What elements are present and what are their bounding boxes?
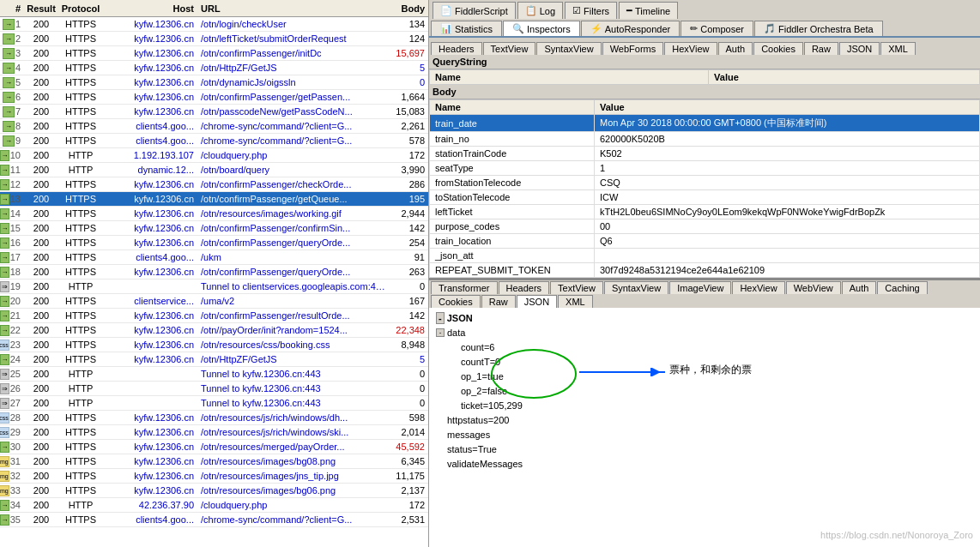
lower-sub-tab-auth[interactable]: Auth — [842, 281, 877, 294]
table-row[interactable]: →6 200 HTTPS kyfw.12306.cn /otn/confirmP… — [0, 90, 428, 105]
table-row[interactable]: →8 200 HTTPS clients4.goo... /chrome-syn… — [0, 119, 428, 134]
body-row[interactable]: seatType1 — [430, 161, 980, 176]
body-row[interactable]: toStationTelecodeICW — [430, 190, 980, 205]
table-row[interactable]: css23 200 HTTPS kyfw.12306.cn /otn/resou… — [0, 338, 428, 352]
table-row[interactable]: →11 200 HTTP dynamic.12... /otn/board/qu… — [0, 163, 428, 177]
table-row[interactable]: img31 200 HTTPS kyfw.12306.cn /otn/resou… — [0, 454, 428, 469]
table-row[interactable]: →35 200 HTTPS clients4.goo... /chrome-sy… — [0, 513, 428, 527]
second-tab-autoresponder[interactable]: ⚡AutoResponder — [581, 21, 680, 36]
table-row[interactable]: img32 200 HTTPS kyfw.12306.cn /otn/resou… — [0, 469, 428, 484]
row-num: →24 — [0, 354, 24, 365]
row-protocol: HTTPS — [58, 223, 103, 233]
body-row[interactable]: stationTrainCodeK502 — [430, 147, 980, 161]
row-icon: → — [0, 296, 9, 307]
json-expand-icon[interactable]: - — [436, 312, 445, 324]
tab-label: AutoResponder — [605, 24, 670, 34]
table-row[interactable]: ⇒19 200 HTTP Tunnel to clientservices.go… — [0, 280, 428, 294]
row-url: /otn/confirmPassenger/queryOrde... — [197, 237, 385, 248]
body-row[interactable]: REPEAT_SUBMIT_TOKEN30f7d9248a5312194ce2e… — [430, 263, 980, 278]
upper-sub-tab-hexview[interactable]: HexView — [664, 42, 717, 55]
table-row[interactable]: →12 200 HTTPS kyfw.12306.cn /otn/confirm… — [0, 177, 428, 192]
table-row[interactable]: →24 200 HTTPS kyfw.12306.cn /otn/HttpZF/… — [0, 352, 428, 367]
lower-sub-tab2-cookies[interactable]: Cookies — [431, 295, 481, 308]
upper-sub-tab-cookies[interactable]: Cookies — [753, 42, 803, 55]
upper-sub-tab-headers[interactable]: Headers — [431, 42, 482, 55]
body-row[interactable]: train_no620000K5020B — [430, 132, 980, 147]
body-row[interactable]: leftTicketkTtH2L0beu6SIMNoCy9oy0LEom9kek… — [430, 205, 980, 219]
table-row[interactable]: →2 200 HTTPS kyfw.12306.cn /otn/leftTick… — [0, 32, 428, 46]
upper-sub-tab-textview[interactable]: TextView — [483, 42, 536, 55]
upper-sub-tab-raw[interactable]: Raw — [804, 42, 838, 55]
body-row[interactable]: purpose_codes00 — [430, 219, 980, 234]
row-body: 134 — [385, 19, 428, 29]
table-row[interactable]: css29 200 HTTPS kyfw.12306.cn /otn/resou… — [0, 425, 428, 440]
lower-sub-tab2-json[interactable]: JSON — [517, 295, 557, 308]
lower-sub-tab-webview[interactable]: WebView — [786, 281, 841, 294]
table-row[interactable]: ⇒26 200 HTTP Tunnel to kyfw.12306.cn:443… — [0, 382, 428, 396]
row-url: /otn/resources/images/bg06.png — [197, 485, 385, 496]
table-row[interactable]: →34 200 HTTP 42.236.37.90 /cloudquery.ph… — [0, 498, 428, 513]
top-tab-timeline[interactable]: ━Timeline — [619, 2, 678, 19]
table-row[interactable]: →4 200 HTTPS kyfw.12306.cn /otn/HttpZF/G… — [0, 61, 428, 75]
lower-sub-tab-syntaxview[interactable]: SyntaxView — [604, 281, 668, 294]
table-row[interactable]: →1 200 HTTPS kyfw.12306.cn /otn/login/ch… — [0, 17, 428, 32]
table-row[interactable]: →3 200 HTTPS kyfw.12306.cn /otn/confirmP… — [0, 46, 428, 61]
row-protocol: HTTPS — [58, 135, 103, 146]
upper-sub-tab-auth[interactable]: Auth — [718, 42, 753, 55]
upper-sub-tab-syntaxview[interactable]: SyntaxView — [536, 42, 601, 55]
lower-sub-tab-hexview[interactable]: HexView — [732, 281, 784, 294]
row-protocol: HTTPS — [58, 456, 103, 466]
lower-sub-tab-transformer[interactable]: Transformer — [431, 281, 498, 294]
row-url: /otn/HttpZF/GetJS — [197, 63, 385, 73]
table-row[interactable]: →5 200 HTTPS kyfw.12306.cn /otn/dynamicJ… — [0, 75, 428, 90]
table-row[interactable]: ⇒25 200 HTTP Tunnel to kyfw.12306.cn:443… — [0, 367, 428, 382]
body-row[interactable]: train_locationQ6 — [430, 234, 980, 249]
table-row[interactable]: →9 200 HTTPS clients4.goo... /chrome-syn… — [0, 134, 428, 148]
table-row[interactable]: →18 200 HTTPS kyfw.12306.cn /otn/confirm… — [0, 265, 428, 280]
top-tab-fiddlerscript[interactable]: 📄FiddlerScript — [433, 2, 516, 19]
body-row[interactable]: train_dateMon Apr 30 2018 00:00:00 GMT+0… — [430, 115, 980, 132]
lower-sub-tab-caching[interactable]: Caching — [877, 281, 927, 294]
second-tab-inspectors[interactable]: 🔍Inspectors — [503, 21, 580, 36]
table-row[interactable]: →21 200 HTTPS kyfw.12306.cn /otn/confirm… — [0, 309, 428, 323]
row-result: 200 — [24, 267, 58, 277]
lower-sub-tab-bar: TransformerHeadersTextViewSyntaxViewImag… — [429, 280, 980, 294]
body-row[interactable]: _json_att — [430, 249, 980, 263]
row-result: 200 — [24, 398, 58, 408]
row-num: →11 — [0, 165, 24, 176]
table-row[interactable]: img33 200 HTTPS kyfw.12306.cn /otn/resou… — [0, 484, 428, 498]
lower-sub-tab2-xml[interactable]: XML — [558, 295, 593, 308]
second-tab-statistics[interactable]: 📊Statistics — [431, 21, 502, 36]
body-row[interactable]: fromStationTelecodeCSQ — [430, 176, 980, 190]
table-row[interactable]: →14 200 HTTPS kyfw.12306.cn /otn/resourc… — [0, 207, 428, 221]
row-url: /otn/confirmPassenger/initDc — [197, 48, 385, 58]
upper-sub-tab-webforms[interactable]: WebForms — [602, 42, 664, 55]
upper-sub-tab-json[interactable]: JSON — [839, 42, 880, 55]
second-tab-composer[interactable]: ✏Composer — [681, 21, 753, 36]
table-row[interactable]: →17 200 HTTPS clients4.goo... /ukm 91 — [0, 250, 428, 265]
table-row[interactable]: →15 200 HTTPS kyfw.12306.cn /otn/confirm… — [0, 221, 428, 236]
row-host: kyfw.12306.cn — [103, 456, 197, 466]
lower-sub-tab-textview[interactable]: TextView — [550, 281, 603, 294]
lower-sub-tab2-raw[interactable]: Raw — [481, 295, 516, 308]
table-row[interactable]: →20 200 HTTPS clientservice... /uma/v2 1… — [0, 294, 428, 309]
table-row[interactable]: →30 200 HTTPS kyfw.12306.cn /otn/resourc… — [0, 440, 428, 454]
row-url: /ukm — [197, 252, 385, 262]
table-row[interactable]: →16 200 HTTPS kyfw.12306.cn /otn/confirm… — [0, 236, 428, 250]
table-row[interactable]: →22 200 HTTPS kyfw.12306.cn /otn//payOrd… — [0, 323, 428, 338]
body-row-name: fromStationTelecode — [430, 176, 595, 190]
upper-sub-tab-xml[interactable]: XML — [880, 42, 916, 55]
table-row[interactable]: css28 200 HTTPS kyfw.12306.cn /otn/resou… — [0, 411, 428, 425]
top-tab-log[interactable]: 📋Log — [517, 2, 563, 19]
table-row[interactable]: →10 200 HTTP 1.192.193.107 /cloudquery.p… — [0, 148, 428, 163]
lower-sub-tab-imageview[interactable]: ImageView — [669, 281, 731, 294]
table-row[interactable]: →13 200 HTTPS kyfw.12306.cn /otn/confirm… — [0, 192, 428, 207]
table-row[interactable]: ⇒27 200 HTTP Tunnel to kyfw.12306.cn:443… — [0, 396, 428, 411]
second-tab-fiddler-orchestra-beta[interactable]: 🎵Fiddler Orchestra Beta — [754, 21, 883, 36]
table-row[interactable]: →7 200 HTTPS kyfw.12306.cn /otn/passcode… — [0, 105, 428, 119]
json-expand-icon[interactable]: - — [436, 328, 445, 337]
row-result: 200 — [24, 340, 58, 350]
top-tab-filters[interactable]: ☑Filters — [565, 2, 617, 19]
body-row-name: toStationTelecode — [430, 190, 595, 205]
lower-sub-tab-headers[interactable]: Headers — [499, 281, 550, 294]
